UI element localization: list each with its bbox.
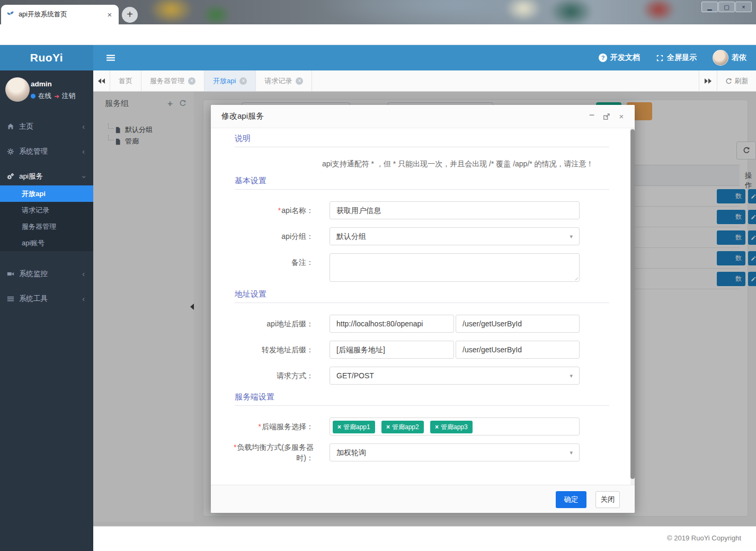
fullscreen-icon <box>656 54 664 62</box>
method-label: 请求方式： <box>224 370 314 381</box>
balance-label: *负载均衡方式(多服务器时)： <box>229 442 314 463</box>
tab-close-icon[interactable]: × <box>105 10 114 20</box>
modal-header: 修改api服务 − × <box>211 105 635 128</box>
section-title-note: 说明 <box>235 134 251 144</box>
backend-label: *后端服务选择： <box>224 421 314 432</box>
bars-icon <box>7 295 14 303</box>
chevron-left-icon: ‹ <box>82 290 85 308</box>
api-group-select[interactable]: 默认分组▾ <box>330 227 580 245</box>
modal-maximize-icon[interactable] <box>602 113 611 120</box>
chevron-left-icon: ‹ <box>82 118 85 136</box>
section-title-address: 地址设置 <box>235 289 266 299</box>
sidebar-item-request-log[interactable]: 请求记录 <box>0 202 93 218</box>
balance-select[interactable]: 加权轮询▾ <box>330 443 580 461</box>
logout-icon: ➜ <box>54 93 59 100</box>
fullscreen-label: 全屏显示 <box>667 53 697 63</box>
api-name-label: *api名称： <box>224 205 314 216</box>
section-title-basic: 基本设置 <box>235 176 266 186</box>
tag-remove-icon[interactable]: × <box>337 423 341 431</box>
tab-request-log[interactable]: 请求记录× <box>256 70 312 91</box>
remark-textarea[interactable] <box>330 253 580 282</box>
modal-footer: 确定 关闭 <box>211 485 635 513</box>
tag-remove-icon[interactable]: × <box>435 423 439 431</box>
tab-home[interactable]: 首页 <box>110 70 141 91</box>
question-icon: ? <box>599 54 607 62</box>
modal-note-text: api支持通配符 * ，但 * 只能出现一次，并且会出现 /* 覆盖 /app/… <box>322 159 594 169</box>
modal-scrollbar[interactable] <box>630 128 635 485</box>
api-url-suffix-input[interactable]: /user/getUserById <box>456 315 580 333</box>
sidebar-toggle-icon[interactable] <box>106 53 115 63</box>
sidebar-item-system-monitor[interactable]: 系统监控 ‹ <box>0 265 93 283</box>
tabs-scroll-right-button[interactable] <box>699 70 717 92</box>
forward-url-suffix-input[interactable]: /user/getUserById <box>456 341 580 359</box>
edit-api-modal: 修改api服务 − × 说明 api支持通配符 * ，但 * 只能出现一次，并且… <box>211 105 635 513</box>
api-url-prefix-input[interactable]: http://localhost:80/openapi <box>330 315 454 333</box>
app-header: ? 开发文档 全屏显示 若依 <box>93 45 756 70</box>
chevron-left-icon: ‹ <box>82 143 85 161</box>
home-icon <box>7 123 14 130</box>
window-close-button[interactable]: × <box>735 2 752 12</box>
app-logo[interactable]: RuoYi <box>0 45 93 70</box>
api-name-input[interactable]: 获取用户信息 <box>330 201 580 219</box>
gear-icon <box>7 148 14 155</box>
tab-server-mgmt[interactable]: 服务器管理× <box>141 70 204 91</box>
docs-button[interactable]: ? 开发文档 <box>599 53 640 63</box>
tab-refresh-button[interactable]: 刷新 <box>717 70 756 92</box>
modal-close-icon[interactable]: × <box>617 112 626 121</box>
sidebar-item-system-tools[interactable]: 系统工具 ‹ <box>0 290 93 308</box>
chevron-down-icon: ‹ <box>75 176 93 179</box>
backend-multiselect[interactable]: ×管廊app1 ×管廊app2 ×管廊app3 <box>330 417 580 436</box>
favicon-plant-icon <box>6 11 14 19</box>
sidebar-item-open-api[interactable]: 开放api <box>0 185 93 202</box>
video-icon <box>7 270 14 278</box>
tab-close-icon[interactable]: × <box>188 77 195 85</box>
remark-label: 备注： <box>224 257 314 268</box>
tab-open-api[interactable]: 开放api× <box>204 70 256 91</box>
header-username: 若依 <box>732 53 746 63</box>
sidebar-avatar <box>5 77 30 102</box>
sidebar-username: admin <box>31 80 52 88</box>
sidebar-item-api-service[interactable]: api服务 ‹ <box>0 167 93 185</box>
page-tab-bar: 首页 服务器管理× 开放api× 请求记录× 刷新 <box>93 70 756 92</box>
backend-tag[interactable]: ×管廊app2 <box>381 421 424 433</box>
tab-close-icon[interactable]: × <box>296 77 303 85</box>
window-maximize-button[interactable]: ▢ <box>718 2 735 12</box>
header-avatar <box>713 50 728 66</box>
chevron-left-icon: ‹ <box>82 265 85 283</box>
resize-grip-icon[interactable] <box>573 276 578 280</box>
sidebar-item-api-account[interactable]: api账号 <box>0 235 93 251</box>
browser-address-bar: → i localhost/index# ☆ V JB 陈曦 <box>0 24 756 45</box>
new-tab-button[interactable]: + <box>122 7 138 23</box>
caret-down-icon: ▾ <box>570 367 573 384</box>
user-menu[interactable]: 若依 <box>713 50 746 66</box>
browser-tab[interactable]: api开放系统首页 × <box>1 5 119 24</box>
window-minimize-button[interactable]: ▁ <box>701 2 718 12</box>
tag-remove-icon[interactable]: × <box>386 423 390 431</box>
gears-icon <box>7 173 14 180</box>
forward-url-label: 转发地址后缀： <box>224 344 314 355</box>
fullscreen-button[interactable]: 全屏显示 <box>656 53 697 63</box>
sidebar-item-home[interactable]: 主页 ‹ <box>0 118 93 136</box>
caret-down-icon: ▾ <box>570 444 573 461</box>
tab-close-icon[interactable]: × <box>239 77 247 85</box>
modal-minimize-icon[interactable]: − <box>587 110 597 121</box>
online-status-icon <box>31 94 35 99</box>
backend-tag[interactable]: ×管廊app1 <box>333 421 375 433</box>
browser-tab-title: api开放系统首页 <box>19 10 105 19</box>
sidebar: admin 在线 ➜ 注销 主页 ‹ 系统管理 ‹ api服务 ‹ 开放api … <box>0 70 93 551</box>
caret-down-icon: ▾ <box>570 228 573 245</box>
scrollbar-thumb[interactable] <box>630 129 635 479</box>
backend-tag[interactable]: ×管廊app3 <box>430 421 473 433</box>
sidebar-user-panel: admin 在线 ➜ 注销 <box>0 70 93 111</box>
sidebar-item-system-mgmt[interactable]: 系统管理 ‹ <box>0 143 93 161</box>
confirm-button[interactable]: 确定 <box>556 491 586 508</box>
sidebar-item-server-mgmt[interactable]: 服务器管理 <box>0 218 93 235</box>
logout-link[interactable]: 注销 <box>62 92 75 101</box>
content-area: 服务组 + 默认分组 管廊 ▾ ▾ <box>93 92 756 526</box>
online-status-label: 在线 <box>38 92 51 101</box>
forward-url-prefix-input[interactable]: [后端服务地址] <box>330 341 454 359</box>
tabs-scroll-left-button[interactable] <box>93 70 110 92</box>
close-button[interactable]: 关闭 <box>595 491 620 508</box>
refresh-icon <box>725 78 732 85</box>
method-select[interactable]: GET/POST▾ <box>330 367 580 385</box>
